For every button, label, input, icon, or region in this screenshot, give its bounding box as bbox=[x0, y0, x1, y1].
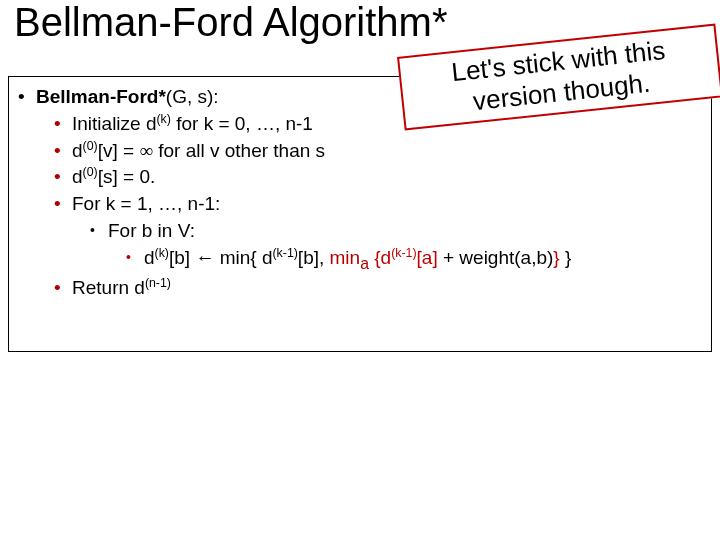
algo-for-k: For k = 1, …, n-1: bbox=[54, 191, 571, 218]
slide-title: Bellman-Ford Algorithm* bbox=[14, 0, 448, 45]
algo-header: Bellman-Ford*(G, s): bbox=[18, 84, 571, 111]
algo-d0v: d(0)[v] = ∞ for all v other than s bbox=[54, 138, 571, 165]
algo-update: d(k)[b] ← min{ d(k-1)[b], mina {d(k-1)[a… bbox=[126, 245, 571, 275]
algorithm-listing: Bellman-Ford*(G, s): Initialize d(k) for… bbox=[18, 84, 571, 302]
algo-return: Return d(n-1) bbox=[54, 275, 571, 302]
slide: Bellman-Ford Algorithm* Let's stick with… bbox=[0, 0, 720, 540]
algo-d0s: d(0)[s] = 0. bbox=[54, 164, 571, 191]
algo-init: Initialize d(k) for k = 0, …, n-1 bbox=[54, 111, 571, 138]
algo-for-b: For b in V: bbox=[90, 218, 571, 245]
